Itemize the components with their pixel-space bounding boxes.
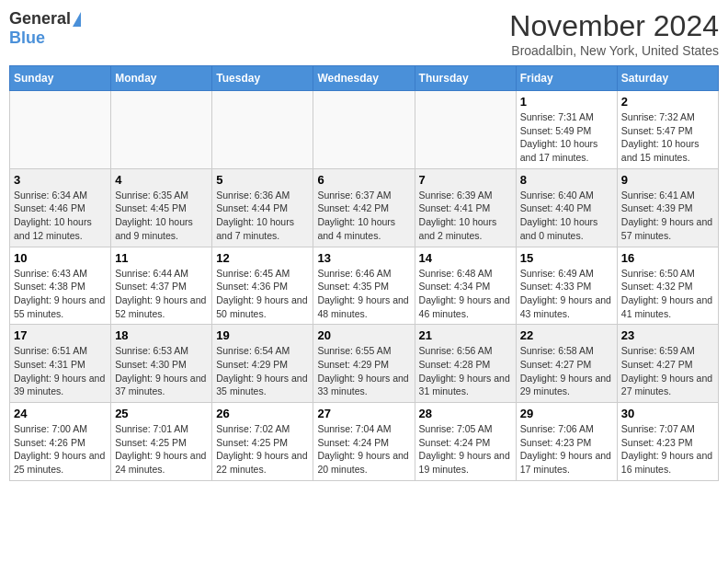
day-number: 16 — [621, 251, 714, 265]
day-info: Sunrise: 6:45 AM Sunset: 4:36 PM Dayligh… — [216, 267, 309, 321]
day-number: 10 — [14, 251, 107, 265]
calendar-cell — [212, 91, 313, 169]
calendar-cell: 9Sunrise: 6:41 AM Sunset: 4:39 PM Daylig… — [617, 168, 718, 247]
day-number: 3 — [14, 173, 107, 187]
day-info: Sunrise: 7:32 AM Sunset: 5:47 PM Dayligh… — [621, 110, 714, 165]
day-number: 29 — [520, 407, 613, 420]
day-info: Sunrise: 6:36 AM Sunset: 4:44 PM Dayligh… — [216, 189, 309, 243]
day-number: 24 — [14, 407, 107, 420]
day-info: Sunrise: 6:37 AM Sunset: 4:42 PM Dayligh… — [317, 189, 410, 243]
day-number: 26 — [216, 407, 309, 420]
calendar-week-2: 3Sunrise: 6:34 AM Sunset: 4:46 PM Daylig… — [10, 168, 719, 247]
header-saturday: Saturday — [617, 66, 718, 91]
calendar-cell: 19Sunrise: 6:54 AM Sunset: 4:29 PM Dayli… — [212, 325, 313, 403]
day-info: Sunrise: 7:05 AM Sunset: 4:24 PM Dayligh… — [419, 422, 512, 477]
header-sunday: Sunday — [10, 66, 111, 91]
day-number: 13 — [317, 251, 410, 265]
calendar-cell: 7Sunrise: 6:39 AM Sunset: 4:41 PM Daylig… — [415, 168, 516, 247]
day-info: Sunrise: 6:43 AM Sunset: 4:38 PM Dayligh… — [14, 267, 107, 321]
day-info: Sunrise: 6:58 AM Sunset: 4:27 PM Dayligh… — [520, 344, 613, 398]
day-number: 20 — [317, 328, 410, 342]
day-info: Sunrise: 7:04 AM Sunset: 4:24 PM Dayligh… — [317, 422, 410, 477]
calendar-cell: 29Sunrise: 7:06 AM Sunset: 4:23 PM Dayli… — [516, 403, 617, 481]
calendar-cell: 6Sunrise: 6:37 AM Sunset: 4:42 PM Daylig… — [313, 168, 415, 247]
calendar-cell: 4Sunrise: 6:35 AM Sunset: 4:45 PM Daylig… — [111, 168, 212, 247]
day-number: 30 — [621, 407, 714, 420]
day-number: 25 — [115, 407, 208, 420]
calendar-cell: 12Sunrise: 6:45 AM Sunset: 4:36 PM Dayli… — [212, 247, 313, 325]
calendar-cell: 25Sunrise: 7:01 AM Sunset: 4:25 PM Dayli… — [111, 403, 212, 481]
calendar-cell — [313, 91, 415, 169]
day-info: Sunrise: 6:59 AM Sunset: 4:27 PM Dayligh… — [621, 344, 714, 398]
calendar-cell: 14Sunrise: 6:48 AM Sunset: 4:34 PM Dayli… — [415, 247, 516, 325]
day-info: Sunrise: 6:54 AM Sunset: 4:29 PM Dayligh… — [216, 344, 309, 398]
day-info: Sunrise: 6:40 AM Sunset: 4:40 PM Dayligh… — [520, 189, 613, 243]
day-number: 1 — [520, 95, 613, 109]
calendar-cell: 18Sunrise: 6:53 AM Sunset: 4:30 PM Dayli… — [111, 325, 212, 403]
day-info: Sunrise: 7:02 AM Sunset: 4:25 PM Dayligh… — [216, 422, 309, 477]
calendar-cell: 30Sunrise: 7:07 AM Sunset: 4:23 PM Dayli… — [617, 403, 718, 481]
day-number: 21 — [419, 328, 512, 342]
calendar-cell: 17Sunrise: 6:51 AM Sunset: 4:31 PM Dayli… — [10, 325, 111, 403]
header-thursday: Thursday — [415, 66, 516, 91]
calendar-cell: 26Sunrise: 7:02 AM Sunset: 4:25 PM Dayli… — [212, 403, 313, 481]
title-area: November 2024 Broadalbin, New York, Unit… — [509, 9, 719, 58]
calendar-week-4: 17Sunrise: 6:51 AM Sunset: 4:31 PM Dayli… — [10, 325, 719, 403]
day-info: Sunrise: 7:00 AM Sunset: 4:26 PM Dayligh… — [14, 422, 107, 477]
day-number: 9 — [621, 173, 714, 187]
day-number: 15 — [520, 251, 613, 265]
day-info: Sunrise: 6:41 AM Sunset: 4:39 PM Dayligh… — [621, 189, 714, 243]
day-info: Sunrise: 6:51 AM Sunset: 4:31 PM Dayligh… — [14, 344, 107, 398]
day-number: 4 — [115, 173, 208, 187]
day-info: Sunrise: 6:55 AM Sunset: 4:29 PM Dayligh… — [317, 344, 410, 398]
header-tuesday: Tuesday — [212, 66, 313, 91]
day-info: Sunrise: 7:31 AM Sunset: 5:49 PM Dayligh… — [520, 110, 613, 165]
calendar-cell: 5Sunrise: 6:36 AM Sunset: 4:44 PM Daylig… — [212, 168, 313, 247]
day-info: Sunrise: 6:34 AM Sunset: 4:46 PM Dayligh… — [14, 189, 107, 243]
day-number: 8 — [520, 173, 613, 187]
calendar-week-1: 1Sunrise: 7:31 AM Sunset: 5:49 PM Daylig… — [10, 91, 719, 169]
header-wednesday: Wednesday — [313, 66, 415, 91]
day-number: 23 — [621, 328, 714, 342]
day-number: 11 — [115, 251, 208, 265]
header-monday: Monday — [111, 66, 212, 91]
day-info: Sunrise: 6:56 AM Sunset: 4:28 PM Dayligh… — [419, 344, 512, 398]
logo-general-text: General — [9, 9, 71, 29]
day-number: 17 — [14, 328, 107, 342]
calendar-cell: 28Sunrise: 7:05 AM Sunset: 4:24 PM Dayli… — [415, 403, 516, 481]
month-title: November 2024 — [509, 9, 719, 43]
day-number: 7 — [419, 173, 512, 187]
day-info: Sunrise: 6:53 AM Sunset: 4:30 PM Dayligh… — [115, 344, 208, 398]
day-number: 6 — [317, 173, 410, 187]
logo-triangle-icon — [73, 12, 81, 27]
day-info: Sunrise: 6:35 AM Sunset: 4:45 PM Dayligh… — [115, 189, 208, 243]
calendar-cell: 16Sunrise: 6:50 AM Sunset: 4:32 PM Dayli… — [617, 247, 718, 325]
day-info: Sunrise: 6:48 AM Sunset: 4:34 PM Dayligh… — [419, 267, 512, 321]
day-number: 12 — [216, 251, 309, 265]
calendar-cell — [10, 91, 111, 169]
day-number: 28 — [419, 407, 512, 420]
calendar-cell: 1Sunrise: 7:31 AM Sunset: 5:49 PM Daylig… — [516, 91, 617, 169]
page-header: General Blue November 2024 Broadalbin, N… — [9, 9, 719, 58]
calendar-cell: 23Sunrise: 6:59 AM Sunset: 4:27 PM Dayli… — [617, 325, 718, 403]
location: Broadalbin, New York, United States — [509, 43, 719, 58]
logo-blue-text: Blue — [9, 29, 45, 48]
calendar-cell: 20Sunrise: 6:55 AM Sunset: 4:29 PM Dayli… — [313, 325, 415, 403]
calendar-cell: 2Sunrise: 7:32 AM Sunset: 5:47 PM Daylig… — [617, 91, 718, 169]
calendar-table: SundayMondayTuesdayWednesdayThursdayFrid… — [9, 65, 719, 481]
day-number: 14 — [419, 251, 512, 265]
calendar-cell: 11Sunrise: 6:44 AM Sunset: 4:37 PM Dayli… — [111, 247, 212, 325]
calendar-cell: 21Sunrise: 6:56 AM Sunset: 4:28 PM Dayli… — [415, 325, 516, 403]
day-number: 2 — [621, 95, 714, 109]
calendar-cell — [111, 91, 212, 169]
header-friday: Friday — [516, 66, 617, 91]
day-number: 18 — [115, 328, 208, 342]
logo: General Blue — [9, 9, 81, 48]
calendar-cell: 3Sunrise: 6:34 AM Sunset: 4:46 PM Daylig… — [10, 168, 111, 247]
calendar-cell: 27Sunrise: 7:04 AM Sunset: 4:24 PM Dayli… — [313, 403, 415, 481]
day-number: 22 — [520, 328, 613, 342]
day-info: Sunrise: 7:06 AM Sunset: 4:23 PM Dayligh… — [520, 422, 613, 477]
day-info: Sunrise: 6:44 AM Sunset: 4:37 PM Dayligh… — [115, 267, 208, 321]
day-info: Sunrise: 7:01 AM Sunset: 4:25 PM Dayligh… — [115, 422, 208, 477]
calendar-cell — [415, 91, 516, 169]
